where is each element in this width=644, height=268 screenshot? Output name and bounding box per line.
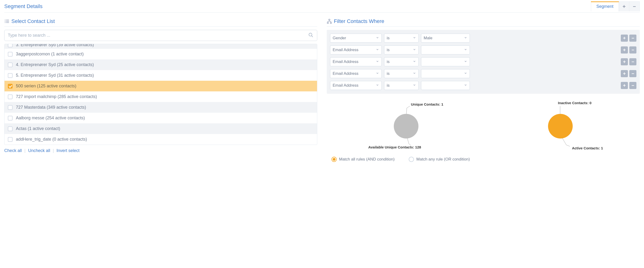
list-item[interactable]: Actas (1 active contact) <box>4 123 317 134</box>
unique-contacts-bottom-label: Available Unique Contacts: 128 <box>368 145 421 149</box>
checkbox-icon[interactable] <box>8 137 12 142</box>
remove-filter-button[interactable]: − <box>629 82 636 89</box>
filter-field-value: Gender <box>333 36 346 40</box>
match-all-option[interactable]: Match all rules (AND condition) <box>332 157 394 162</box>
chevron-down-icon <box>376 59 379 64</box>
list-item[interactable]: Aalborg messe (254 active contacts) <box>4 113 317 123</box>
filter-field-value: Email Address <box>333 71 358 76</box>
checkbox-icon[interactable] <box>8 62 12 67</box>
filter-operator-select[interactable]: is <box>384 45 419 54</box>
minus-icon: − <box>632 59 634 65</box>
filter-field-select[interactable]: Email Address <box>330 45 382 54</box>
filter-field-value: Email Address <box>333 83 358 88</box>
add-filter-button[interactable]: + <box>621 58 628 65</box>
list-item-label: 3aggerpostcomon (1 active contact) <box>16 52 84 57</box>
remove-filter-button[interactable]: − <box>629 34 636 42</box>
checkbox-icon[interactable] <box>8 94 12 99</box>
list-item[interactable]: 500 serien (125 active contacts) <box>4 81 317 91</box>
add-filter-button[interactable]: + <box>621 82 628 89</box>
filter-field-select[interactable]: Email Address <box>330 69 382 78</box>
hierarchy-icon <box>327 19 332 24</box>
chevron-down-icon <box>413 59 416 64</box>
remove-tab-button[interactable]: − <box>629 1 640 11</box>
plus-icon: + <box>623 3 626 10</box>
list-item-label: 3. Entreprenører Syd (39 active contacts… <box>16 44 94 47</box>
check-all-link[interactable]: Check all <box>4 148 22 153</box>
filter-operator-select[interactable]: is <box>384 57 419 66</box>
chevron-down-icon <box>464 83 467 88</box>
add-filter-button[interactable]: + <box>621 46 628 53</box>
filter-field-select[interactable]: Email Address <box>330 57 382 66</box>
list-item-label: 727 Masterdata (349 active contacts) <box>16 105 86 110</box>
list-item[interactable]: 5. Entreprenører Syd (31 active contacts… <box>4 70 317 81</box>
plus-icon: + <box>623 83 626 88</box>
filter-row: Email Addressis+− <box>330 79 636 91</box>
list-item[interactable]: 727 import mailchimp (285 active contact… <box>4 91 317 102</box>
chevron-down-icon <box>376 71 379 76</box>
list-item-label: Actas (1 active contact) <box>16 126 60 131</box>
checkbox-icon[interactable] <box>8 105 12 110</box>
checkbox-icon[interactable] <box>8 52 12 57</box>
match-all-label: Match all rules (AND condition) <box>339 157 394 162</box>
tab-segment[interactable]: Segment <box>591 1 619 11</box>
invert-select-link[interactable]: Invert select <box>57 148 80 153</box>
filter-operator-select[interactable]: is <box>384 69 419 78</box>
filter-value-select[interactable] <box>421 69 470 78</box>
add-tab-button[interactable]: + <box>619 1 629 11</box>
remove-filter-button[interactable]: − <box>629 46 636 53</box>
filter-operator-value: is <box>387 48 390 52</box>
add-filter-button[interactable]: + <box>621 34 628 42</box>
chevron-down-icon <box>376 48 379 52</box>
list-item[interactable]: 3. Entreprenører Syd (39 active contacts… <box>4 44 317 49</box>
filter-contacts-title-row: Filter Contacts Where <box>327 18 640 26</box>
filter-value-select[interactable] <box>421 45 470 54</box>
plus-icon: + <box>623 47 626 53</box>
filter-field-select[interactable]: Gender <box>330 34 382 43</box>
minus-icon: − <box>632 83 634 88</box>
checkbox-icon[interactable] <box>8 73 12 78</box>
filter-field-select[interactable]: Email Address <box>330 81 382 90</box>
checkbox-icon[interactable] <box>8 44 12 47</box>
filter-operator-select[interactable]: is <box>384 81 419 90</box>
remove-filter-button[interactable]: − <box>629 70 636 77</box>
list-item-label: Aalborg messe (254 active contacts) <box>16 116 85 120</box>
chevron-down-icon <box>413 71 416 76</box>
filter-value-select[interactable] <box>421 57 470 66</box>
checkbox-icon[interactable] <box>8 126 12 131</box>
filter-value: Male <box>424 36 432 40</box>
filter-field-value: Email Address <box>333 59 358 64</box>
unique-contacts-chart: Unique Contacts: 1 Available Unique Cont… <box>368 101 444 151</box>
filter-operator-select[interactable]: is <box>384 34 419 43</box>
svg-rect-10 <box>330 22 332 24</box>
list-item[interactable]: addHere_trig_date (0 active contacts) <box>4 134 317 145</box>
list-item[interactable]: 3aggerpostcomon (1 active contact) <box>4 49 317 59</box>
filter-value-select[interactable]: Male <box>421 34 470 43</box>
add-filter-button[interactable]: + <box>621 70 628 77</box>
contact-list[interactable]: 3. Entreprenører Syd (39 active contacts… <box>4 44 317 145</box>
radio-icon <box>409 157 414 162</box>
plus-icon: + <box>623 35 626 41</box>
svg-point-6 <box>309 33 312 36</box>
checkbox-icon[interactable] <box>8 116 12 120</box>
list-item[interactable]: 727 Masterdata (349 active contacts) <box>4 102 317 113</box>
active-contacts-label: Active Contacts: 1 <box>572 146 603 150</box>
filter-field-value: Email Address <box>333 48 358 52</box>
filter-row: Email Addressis+− <box>330 68 636 79</box>
list-item[interactable]: 4. Entreprenører Syd (25 active contacts… <box>4 59 317 70</box>
minus-icon: − <box>632 35 634 41</box>
chevron-down-icon <box>464 71 467 76</box>
select-contact-list-title-row: Select Contact List <box>4 18 317 26</box>
search-icon <box>308 32 314 39</box>
tab-segment-label: Segment <box>596 4 614 9</box>
uncheck-all-link[interactable]: Uncheck all <box>28 148 50 153</box>
svg-line-7 <box>312 35 313 37</box>
checkbox-icon[interactable] <box>8 84 12 89</box>
match-any-option[interactable]: Match any rule (OR condition) <box>409 157 470 162</box>
search-input[interactable] <box>4 30 317 41</box>
filter-row: GenderisMale+− <box>330 32 636 44</box>
chevron-down-icon <box>413 36 416 40</box>
remove-filter-button[interactable]: − <box>629 58 636 65</box>
filter-value-select[interactable] <box>421 81 470 90</box>
filter-row: Email Addressis+− <box>330 56 636 68</box>
filter-operator-value: is <box>387 83 390 88</box>
